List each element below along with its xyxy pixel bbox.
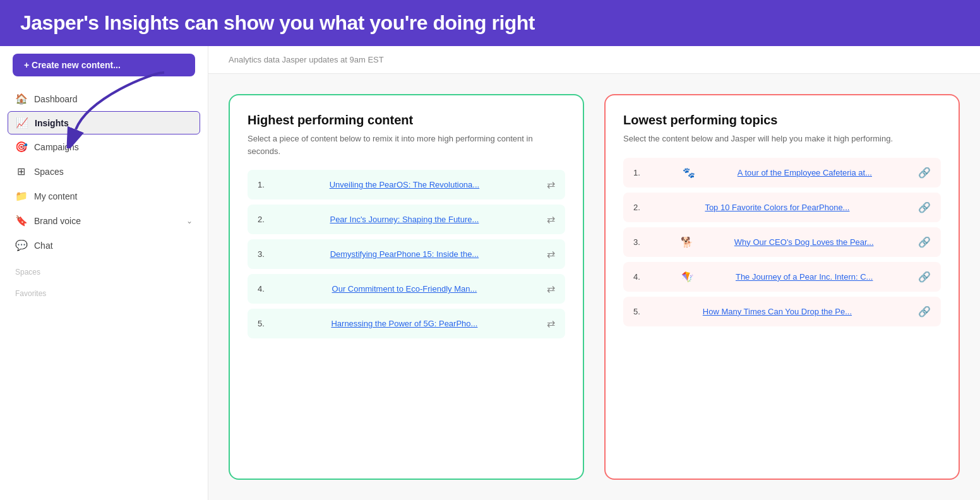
item-number: 1.: [633, 168, 640, 177]
spaces-icon: ⊞: [15, 165, 27, 177]
item-number: 1.: [258, 180, 265, 189]
lowest-item-1-link[interactable]: A tour of the Employee Cafeteria at...: [738, 168, 872, 177]
highest-item-3-link[interactable]: Demystifying PearPhone 15: Inside the...: [330, 249, 479, 259]
lowest-item-2: 2. Top 10 Favorite Colors for PearPhone.…: [623, 193, 941, 222]
lowest-item-5: 5. How Many Times Can You Drop the Pe...…: [623, 297, 941, 326]
sidebar-item-label: My content: [34, 191, 77, 201]
item-number: 4.: [633, 272, 640, 282]
item-number: 5.: [633, 307, 640, 316]
highest-item-1: 1. Unveiling the PearOS: The Revolutiona…: [248, 170, 565, 199]
sidebar-item-brand-voice[interactable]: 🔖 Brand voice ⌄: [0, 208, 208, 233]
sidebar-item-dashboard[interactable]: 🏠 Dashboard: [0, 86, 208, 111]
lowest-item-3-link[interactable]: Why Our CEO's Dog Loves the Pear...: [734, 237, 874, 247]
lowest-item-5-link[interactable]: How Many Times Can You Drop the Pe...: [703, 307, 852, 316]
lowest-card-title: Lowest performing topics: [623, 113, 941, 128]
sidebar-item-label: Brand voice: [34, 216, 81, 226]
lowest-item-2-link[interactable]: Top 10 Favorite Colors for PearPhone...: [705, 203, 849, 212]
item-emoji-4: 🪁: [681, 271, 694, 283]
lowest-card-subtitle: Select the content below and Jasper will…: [623, 133, 941, 145]
sidebar-item-label: Dashboard: [34, 94, 78, 104]
spaces-section-label: Spaces: [0, 258, 208, 279]
edit-icon-3[interactable]: 🔗: [918, 236, 931, 248]
remix-icon-2[interactable]: ⇄: [547, 213, 555, 225]
item-number: 3.: [633, 237, 640, 247]
create-content-button[interactable]: + Create new content...: [13, 54, 195, 76]
lowest-item-3: 3. 🐕 Why Our CEO's Dog Loves the Pear...…: [623, 227, 941, 257]
favorites-section-label: Favorites: [0, 279, 208, 301]
item-number: 2.: [633, 203, 640, 212]
highest-item-4: 4. Our Commitment to Eco-Friendly Man...…: [248, 274, 565, 304]
chat-icon: 💬: [15, 239, 27, 251]
item-number: 4.: [258, 284, 265, 294]
highest-card-title: Highest performing content: [248, 113, 565, 128]
item-emoji-3: 🐕: [681, 236, 693, 248]
my-content-icon: 📁: [15, 190, 27, 202]
dashboard-icon: 🏠: [15, 93, 27, 105]
edit-icon-2[interactable]: 🔗: [918, 201, 931, 213]
edit-icon-4[interactable]: 🔗: [918, 271, 931, 283]
highest-item-1-link[interactable]: Unveiling the PearOS: The Revolutiona...: [330, 180, 480, 189]
cards-area: Highest performing content Select a piec…: [208, 74, 980, 500]
remix-icon-1[interactable]: ⇄: [547, 179, 555, 191]
highest-item-2-link[interactable]: Pear Inc's Journey: Shaping the Future..…: [330, 215, 479, 224]
sidebar: + Create new content... 🏠 Dashboard 📈 In…: [0, 46, 208, 500]
highest-item-5-link[interactable]: Harnessing the Power of 5G: PearPho...: [331, 319, 477, 328]
lowest-item-4: 4. 🪁 The Journey of a Pear Inc. Intern: …: [623, 262, 941, 292]
campaigns-icon: 🎯: [15, 141, 27, 153]
highest-performing-card: Highest performing content Select a piec…: [229, 94, 584, 480]
lowest-performing-card: Lowest performing topics Select the cont…: [604, 94, 960, 480]
lowest-item-4-link[interactable]: The Journey of a Pear Inc. Intern: C...: [736, 272, 873, 282]
item-number: 3.: [258, 249, 265, 259]
edit-icon-1[interactable]: 🔗: [918, 167, 931, 179]
item-number: 2.: [258, 215, 265, 224]
highest-item-5: 5. Harnessing the Power of 5G: PearPho..…: [248, 309, 565, 338]
brand-voice-icon: 🔖: [15, 215, 27, 227]
chevron-down-icon: ⌄: [186, 217, 193, 225]
sidebar-item-campaigns[interactable]: 🎯 Campaigns: [0, 134, 208, 159]
lowest-item-1: 1. 🐾 A tour of the Employee Cafeteria at…: [623, 158, 941, 188]
sidebar-item-insights[interactable]: 📈 Insights: [8, 111, 200, 134]
sidebar-item-label: Insights: [35, 118, 69, 128]
sidebar-item-label: Chat: [34, 241, 53, 251]
banner-title: Jasper's Insights can show you what you'…: [20, 11, 535, 35]
highest-item-4-link[interactable]: Our Commitment to Eco-Friendly Man...: [332, 284, 477, 294]
sidebar-item-label: Campaigns: [34, 142, 79, 152]
analytics-header: Analytics data Jasper updates at 9am EST: [208, 46, 980, 74]
banner: Jasper's Insights can show you what you'…: [0, 0, 980, 46]
insights-icon: 📈: [16, 117, 27, 129]
sidebar-item-label: Spaces: [34, 167, 64, 177]
highest-card-subtitle: Select a piece of content below to remix…: [248, 133, 565, 157]
item-emoji-1: 🐾: [683, 167, 695, 179]
content-area: Analytics data Jasper updates at 9am EST…: [208, 46, 980, 500]
sidebar-item-spaces[interactable]: ⊞ Spaces: [0, 159, 208, 184]
edit-icon-5[interactable]: 🔗: [918, 306, 931, 318]
highest-item-3: 3. Demystifying PearPhone 15: Inside the…: [248, 239, 565, 269]
sidebar-item-chat[interactable]: 💬 Chat: [0, 233, 208, 258]
remix-icon-4[interactable]: ⇄: [547, 283, 555, 295]
sidebar-item-my-content[interactable]: 📁 My content: [0, 184, 208, 208]
remix-icon-3[interactable]: ⇄: [547, 248, 555, 260]
highest-item-2: 2. Pear Inc's Journey: Shaping the Futur…: [248, 205, 565, 234]
item-number: 5.: [258, 319, 265, 328]
remix-icon-5[interactable]: ⇄: [547, 318, 555, 330]
